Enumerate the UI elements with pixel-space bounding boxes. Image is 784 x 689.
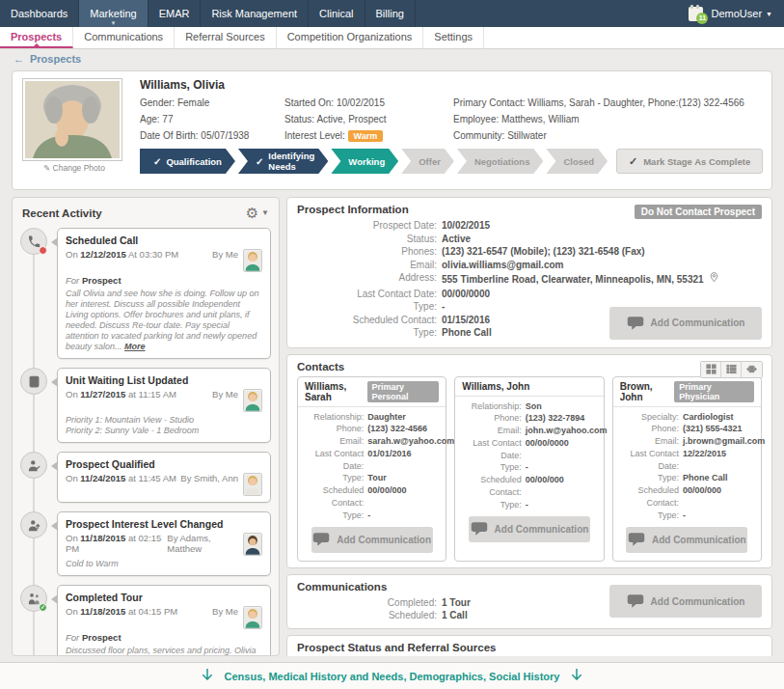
change-photo-link[interactable]: ✎ Change Photo bbox=[22, 163, 126, 173]
app-window: Dashboards Marketing▼ EMAR Risk Manageme… bbox=[0, 0, 784, 689]
contact-name: Brown, John bbox=[620, 381, 675, 402]
chevron-down-icon[interactable]: ▼ bbox=[261, 208, 269, 217]
activity-card[interactable]: Completed Tour On 11/18/2015 at 04:15 PM… bbox=[57, 585, 271, 656]
calendar-icon[interactable]: 11 bbox=[689, 7, 703, 21]
scroll-down-arrow-icon[interactable] bbox=[569, 666, 584, 687]
activity-for: For Prospect bbox=[66, 632, 262, 643]
nav-label: EMAR bbox=[159, 8, 190, 19]
nav-item-billing[interactable]: Billing bbox=[365, 0, 416, 27]
grid-view-button[interactable] bbox=[701, 362, 721, 377]
info-row-address: Address:555 Timberline Road, Clearwater,… bbox=[297, 271, 762, 288]
contact-row: Scheduled Contact:00/00/000 bbox=[618, 484, 756, 510]
change-photo-label: Change Photo bbox=[53, 163, 105, 173]
calendar-badge: 11 bbox=[696, 13, 708, 24]
info-row: Status:Active bbox=[297, 233, 762, 246]
activity-card[interactable]: Unit Waiting List Updated On 11/27/2015 … bbox=[57, 368, 271, 443]
stage-working[interactable]: Working bbox=[331, 149, 398, 174]
contacts-title: Contacts bbox=[297, 361, 762, 372]
do-not-contact-button[interactable]: Do Not Contact Prospect bbox=[635, 205, 762, 219]
photo-column: ✎ Change Photo bbox=[22, 78, 126, 183]
nav-item-risk-management[interactable]: Risk Management bbox=[201, 0, 309, 27]
list-view-button[interactable] bbox=[721, 362, 742, 377]
contact-row: Type:Phone Call bbox=[618, 472, 756, 484]
chevron-down-icon: ▼ bbox=[766, 11, 772, 17]
alert-dot-icon bbox=[39, 246, 47, 255]
contact-row: Phone:(123) 322-4566 bbox=[303, 423, 441, 435]
info-grid: Gender: Female Age: 77 Date Of Birth: 05… bbox=[140, 97, 762, 141]
contact-row: Specialty:Cardiologist bbox=[618, 411, 756, 424]
stage-identifying-needs[interactable]: ✓Identifying Needs bbox=[238, 149, 328, 174]
stage-negotiations[interactable]: Negotiations bbox=[457, 149, 544, 174]
stage-qualification[interactable]: ✓Qualification bbox=[140, 149, 235, 174]
more-link[interactable]: More bbox=[124, 342, 146, 351]
tab-competition-organizations[interactable]: Competition Organizations bbox=[277, 27, 424, 48]
map-pin-icon[interactable] bbox=[708, 271, 720, 288]
tab-referral-sources[interactable]: Referral Sources bbox=[175, 27, 277, 48]
prospect-summary-card: ✎ Change Photo Williams, Olivia Gender: … bbox=[12, 70, 772, 190]
activity-card[interactable]: Prospect Qualified On 11/24/2015 at 11:4… bbox=[57, 452, 271, 503]
add-communication-label: Add Communication bbox=[651, 596, 745, 607]
contact-row: Type:- bbox=[303, 510, 441, 522]
activity-timeline: Scheduled Call On 12/12/2015 At 03:30 PM… bbox=[20, 228, 271, 656]
add-communication-button[interactable]: Add Communication bbox=[609, 307, 762, 340]
contact-row: Last Contact Date:12/22/2015 bbox=[618, 448, 756, 473]
activity-note: Call Olivia and see how she is doing. Fo… bbox=[66, 289, 262, 352]
activity-card[interactable]: Scheduled Call On 12/12/2015 At 03:30 PM… bbox=[57, 228, 271, 359]
gear-icon[interactable]: ⚙ bbox=[246, 206, 258, 220]
contact-cards-row: Williams, Sarah Primary Personal Relatio… bbox=[297, 376, 762, 562]
footer-link-census[interactable]: Census bbox=[225, 671, 263, 682]
nav-label: Risk Management bbox=[211, 8, 297, 19]
prospect-header-info: Williams, Olivia Gender: Female Age: 77 … bbox=[140, 78, 762, 183]
contact-row: Type:- bbox=[460, 499, 598, 511]
add-communication-button[interactable]: Add Communication bbox=[469, 516, 590, 542]
activity-date: On 11/18/2015 at 02:15 PM bbox=[66, 533, 167, 554]
activity-date: On 12/12/2015 At 03:30 PM bbox=[66, 249, 178, 260]
activity-meta: On 11/18/2015 at 02:15 PM By Adams, Matt… bbox=[66, 533, 262, 556]
scroll-down-arrow-icon[interactable] bbox=[200, 666, 215, 687]
check-icon: ✓ bbox=[153, 156, 161, 167]
navbar-spacer bbox=[416, 0, 678, 27]
add-communication-button[interactable]: Add Communication bbox=[609, 585, 762, 618]
info-row: Phones:(123) 321-6547 (Mobile); (123) 32… bbox=[297, 245, 762, 259]
tab-communications[interactable]: Communications bbox=[73, 27, 175, 48]
footer-link-demographics[interactable]: Demographics bbox=[410, 671, 483, 682]
footer-links: Census, Medical History and Needs, Demog… bbox=[225, 671, 560, 682]
nav-item-dashboards[interactable]: Dashboards bbox=[0, 0, 79, 27]
tab-settings[interactable]: Settings bbox=[423, 27, 484, 48]
contact-card-body: Relationship:Daughter Phone:(123) 322-45… bbox=[298, 407, 446, 561]
contact-card-body: Relationship:Son Phone:(123) 322-7894 Em… bbox=[455, 397, 603, 550]
avatar bbox=[243, 473, 262, 496]
activity-item-qualified: Prospect Qualified On 11/24/2015 at 11:4… bbox=[20, 452, 271, 503]
mark-stage-complete-button[interactable]: ✓Mark Stage As Complete bbox=[616, 149, 763, 174]
nav-item-emar[interactable]: EMAR bbox=[149, 0, 202, 27]
footer-link-social-history[interactable]: Social History bbox=[489, 671, 559, 682]
stage-offer[interactable]: Offer bbox=[401, 149, 454, 174]
info-row: Date Of Birth: 05/07/1938 bbox=[140, 130, 284, 141]
carousel-view-button[interactable] bbox=[742, 362, 762, 377]
speech-bubble-icon bbox=[627, 593, 644, 609]
contact-card-body: Specialty:Cardiologist Phone:(321) 555-4… bbox=[613, 407, 761, 561]
footer-link-medical-history[interactable]: Medical History and Needs bbox=[268, 671, 403, 682]
stage-closed[interactable]: Closed bbox=[546, 149, 608, 174]
breadcrumb[interactable]: ← Prospects bbox=[14, 53, 81, 65]
add-communication-button[interactable]: Add Communication bbox=[626, 527, 747, 553]
info-row: Age: 77 bbox=[140, 114, 284, 124]
person-up-arrow-icon bbox=[20, 511, 47, 538]
activity-meta: On 11/18/2015 at 04:15 PM By Me bbox=[66, 606, 262, 629]
activity-author: By Adams, Matthew bbox=[167, 533, 262, 556]
nav-item-clinical[interactable]: Clinical bbox=[309, 0, 365, 27]
speech-bubble-icon bbox=[628, 532, 645, 547]
activity-card[interactable]: Prospect Interest Level Changed On 11/18… bbox=[57, 511, 271, 576]
info-row: Status: Active, Prospect bbox=[284, 114, 453, 124]
nav-item-marketing[interactable]: Marketing▼ bbox=[79, 0, 148, 27]
contacts-panel: Contacts Williams, Sarah Primary Persona… bbox=[286, 354, 772, 568]
activity-title: Unit Waiting List Updated bbox=[66, 374, 262, 386]
interest-level-badge: Warm bbox=[348, 130, 384, 142]
contact-row: Phone:(123) 322-7894 bbox=[460, 412, 598, 425]
add-communication-label: Add Communication bbox=[495, 524, 589, 535]
prospect-status-title: Prospect Status and Referral Sources bbox=[297, 642, 762, 653]
contact-name: Williams, John bbox=[462, 381, 529, 392]
user-menu[interactable]: DemoUser ▼ bbox=[711, 8, 772, 19]
add-communication-button[interactable]: Add Communication bbox=[311, 527, 433, 553]
tab-prospects[interactable]: Prospects bbox=[0, 27, 73, 48]
